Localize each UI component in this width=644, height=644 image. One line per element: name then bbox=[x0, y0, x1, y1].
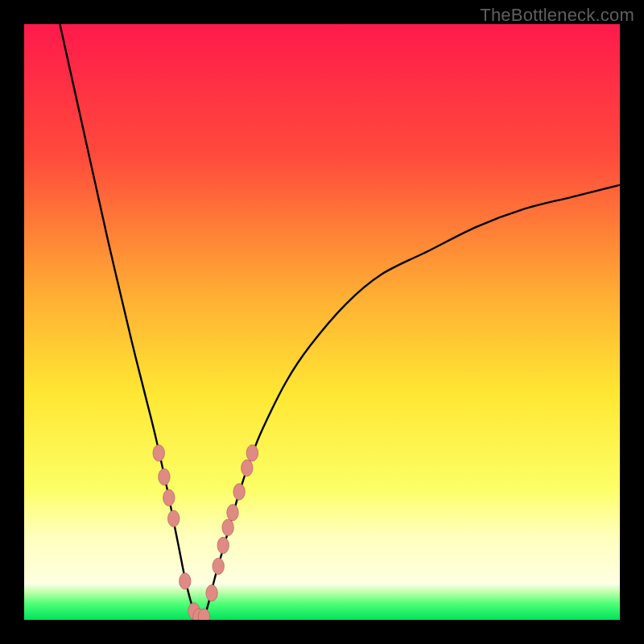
highlighted-point bbox=[213, 558, 224, 574]
watermark-text: TheBottleneck.com bbox=[480, 5, 634, 26]
highlighted-point bbox=[222, 519, 233, 535]
highlighted-point bbox=[163, 489, 175, 506]
highlighted-point bbox=[217, 537, 229, 553]
highlighted-point bbox=[227, 505, 238, 521]
highlighted-point bbox=[206, 585, 217, 601]
highlighted-point bbox=[153, 445, 164, 461]
highlighted-point bbox=[246, 445, 258, 461]
bottleneck-curve bbox=[60, 24, 620, 620]
highlighted-points-group bbox=[153, 445, 258, 620]
highlighted-point bbox=[180, 573, 191, 589]
highlighted-point bbox=[159, 469, 170, 485]
highlighted-point bbox=[168, 510, 180, 526]
highlighted-point bbox=[233, 484, 245, 500]
chart-frame: TheBottleneck.com bbox=[0, 0, 644, 644]
highlighted-point bbox=[242, 460, 253, 476]
plot-area bbox=[24, 24, 620, 620]
curve-layer bbox=[24, 24, 620, 620]
